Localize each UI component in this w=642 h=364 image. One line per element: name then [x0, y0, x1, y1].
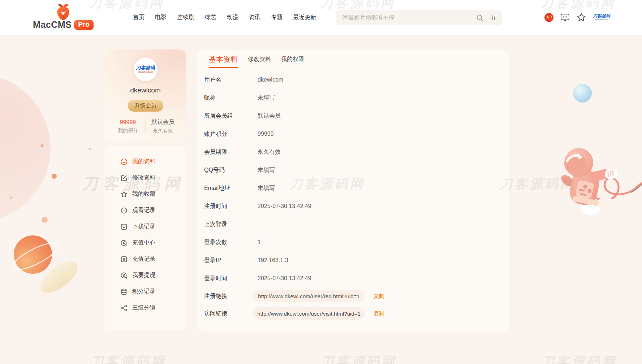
- sidebar-item-recharge-history[interactable]: 充值记录: [120, 251, 186, 267]
- sidebar-item-withdraw[interactable]: 我要提现: [120, 267, 186, 283]
- page: MacCMS Pro 首页 电影 连续剧 综艺 动漫 资讯 专题 最近更新: [0, 0, 642, 364]
- yen-square-icon: [120, 256, 128, 263]
- nav-item-news[interactable]: 资讯: [249, 14, 260, 21]
- search-bar: [336, 10, 502, 25]
- dot-decoration: [9, 196, 13, 199]
- dkewl-logo[interactable]: 刀客源码 www.dkewl.com: [593, 14, 611, 21]
- sidebar-menu: 我的资料 修改资料 我的收藏 观看记录 下载记录: [104, 146, 186, 330]
- nav-item-anime[interactable]: 动漫: [227, 14, 238, 21]
- row-login-time: 登录时间 2025-07-30 13:42:49: [204, 269, 509, 287]
- watermark: 刀客源码网: [541, 353, 617, 364]
- tab-my-permissions[interactable]: 我的权限: [281, 56, 304, 68]
- row-member-group: 所属会员组 默认会员: [204, 107, 509, 125]
- dot-decoration: [89, 148, 91, 150]
- sidebar-item-recharge-center[interactable]: 充值中心: [120, 235, 186, 251]
- nav-item-recent[interactable]: 最近更新: [293, 14, 316, 21]
- profile-tabs: 基本资料 修改资料 我的权限: [197, 49, 509, 68]
- sidebar-item-watch-history[interactable]: 观看记录: [120, 202, 186, 218]
- profile-stats: 99999 我的积分 默认会员 永久有效: [104, 118, 186, 134]
- sidebar-item-distribution[interactable]: 三级分销: [120, 300, 186, 316]
- smiley-icon: [120, 158, 128, 165]
- yen-withdraw-icon: [120, 272, 128, 279]
- row-member-term: 会员期限 永久有效: [204, 143, 509, 161]
- share-icon: [120, 304, 128, 312]
- sidebar-item-edit-profile[interactable]: 修改资料: [120, 170, 186, 186]
- sidebar-item-points-history[interactable]: 积分记录: [120, 283, 186, 300]
- nav-item-variety[interactable]: 综艺: [205, 14, 216, 21]
- dot-decoration: [52, 174, 57, 179]
- pale-circle-decoration: [0, 74, 51, 222]
- upgrade-member-button[interactable]: 升级会员: [128, 100, 163, 112]
- database-icon: [120, 288, 128, 295]
- avatar[interactable]: 刀客源码 www.dkewl.com: [134, 57, 158, 81]
- watermark: 刀客源码网: [499, 176, 575, 193]
- row-email: Email地址 未填写: [204, 179, 509, 197]
- main-nav: 首页 电影 连续剧 综艺 动漫 资讯 专题 最近更新: [133, 0, 316, 35]
- sidebar-item-favorites[interactable]: 我的收藏: [120, 186, 186, 202]
- clock-icon: [120, 207, 128, 214]
- nav-item-series[interactable]: 连续剧: [177, 14, 194, 21]
- row-last-login: 上次登录: [204, 215, 509, 233]
- watermark: 刀客源码网: [90, 353, 166, 364]
- member-group-stat: 默认会员 永久有效: [146, 118, 180, 134]
- logo-name: MacCMS: [33, 20, 72, 30]
- site-logo[interactable]: MacCMS Pro: [36, 2, 90, 30]
- watermark: 刀客源码网: [321, 353, 397, 364]
- register-link-input[interactable]: [253, 290, 365, 302]
- nav-item-home[interactable]: 首页: [133, 14, 145, 21]
- language-flag-icon[interactable]: [544, 13, 554, 22]
- astronaut-illustration: [556, 136, 642, 217]
- username-text: dkewlcom: [130, 86, 160, 94]
- points-stat: 99999 我的积分: [111, 119, 145, 134]
- dot-decoration: [40, 144, 44, 147]
- copy-register-link-button[interactable]: 复制: [374, 293, 384, 300]
- row-nickname: 昵称 未填写: [204, 89, 509, 107]
- row-account-points: 账户积分 99999: [204, 125, 509, 143]
- row-login-count: 登录次数 1: [204, 233, 509, 251]
- download-icon: [120, 223, 128, 230]
- crescent-decoration: [35, 255, 83, 299]
- search-icon[interactable]: [476, 14, 484, 22]
- profile-summary-card: 刀客源码 www.dkewl.com dkewlcom 升级会员 99999 我…: [104, 49, 186, 142]
- message-icon[interactable]: [560, 12, 570, 22]
- visit-link-input[interactable]: [253, 307, 365, 320]
- sidebar-item-download-history[interactable]: 下载记录: [120, 218, 186, 235]
- tab-basic-info[interactable]: 基本资料: [209, 55, 238, 68]
- orange-planet-decoration: [9, 233, 64, 284]
- favorite-star-icon[interactable]: [576, 12, 586, 22]
- rank-chart-icon[interactable]: [489, 14, 496, 21]
- logo-pro-badge: Pro: [74, 20, 94, 30]
- row-login-ip: 登录IP 192.168.1.3: [204, 251, 509, 269]
- header-actions: 刀客源码 www.dkewl.com: [544, 0, 611, 35]
- nav-item-movies[interactable]: 电影: [155, 14, 167, 21]
- blue-planet-decoration: [573, 84, 592, 103]
- yen-plus-icon: [120, 239, 128, 247]
- star-icon: [120, 191, 128, 198]
- search-input[interactable]: [342, 14, 476, 21]
- copy-visit-link-button[interactable]: 复制: [374, 310, 384, 317]
- row-qq: QQ号码 未填写: [204, 161, 509, 179]
- top-navigation-bar: MacCMS Pro 首页 电影 连续剧 综艺 动漫 资讯 专题 最近更新: [0, 0, 642, 35]
- profile-detail-card: 基本资料 修改资料 我的权限 用户名 dkewlcom 昵称 未填写 所属会员组…: [197, 49, 509, 332]
- edit-icon: [120, 174, 128, 182]
- row-register-link: 注册链接 复制: [204, 287, 509, 305]
- dot-decoration: [42, 217, 48, 223]
- tab-edit-info[interactable]: 修改资料: [248, 56, 271, 68]
- row-username: 用户名 dkewlcom: [204, 71, 509, 89]
- row-visit-link: 访问链接 复制: [204, 305, 509, 322]
- row-register-time: 注册时间 2025-07-30 13:42:49: [204, 197, 509, 215]
- sidebar-item-my-profile[interactable]: 我的资料: [120, 153, 186, 170]
- profile-field-list: 用户名 dkewlcom 昵称 未填写 所属会员组 默认会员 账户积分 9999…: [197, 68, 509, 322]
- strawberry-logo-icon: [54, 2, 73, 21]
- nav-item-topics[interactable]: 专题: [271, 14, 283, 21]
